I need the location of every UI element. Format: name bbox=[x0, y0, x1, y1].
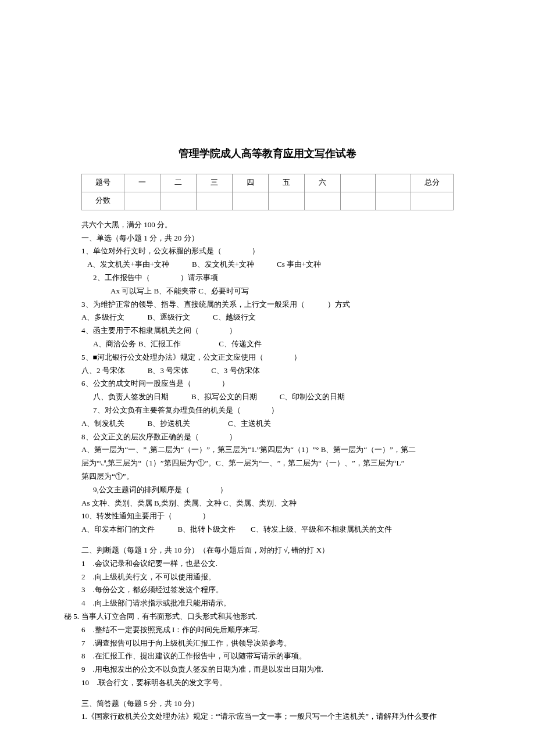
judge-item: 2 .向上级机关行文，不可以使用通报。 bbox=[81, 571, 454, 583]
score-cell bbox=[340, 192, 376, 210]
judge-item: 7 .调查报告可以用于向上级机关汇报工作，供领导决策参考。 bbox=[81, 637, 454, 650]
score-cell bbox=[124, 192, 160, 210]
question: 7、对公文负有主要答复办理负任的机关是（ ） bbox=[81, 404, 454, 417]
col-header: 五 bbox=[268, 174, 304, 192]
title-suffix: 试卷 bbox=[336, 148, 356, 159]
question-options: Ax 可以写上 B、不能夹带 C、必要时可写 bbox=[81, 285, 454, 298]
intro-text: 共六个大黑，满分 100 分。 bbox=[81, 219, 454, 231]
question-options: A、多级行文 B、逐级行文 C、越级行文 bbox=[81, 311, 454, 324]
question: 8、公文正文的层次序数正确的是（ ） bbox=[81, 431, 454, 443]
question-options: A、商洽公务 B、汇报工作 C、传递文件 bbox=[81, 338, 454, 350]
judge-item: 当事人订立合同，有书面形式、口头形式和其他形式. bbox=[81, 611, 454, 623]
col-header: 三 bbox=[196, 174, 232, 192]
table-row: 分数 bbox=[82, 192, 454, 210]
judge-item: 9 .用电报发出的公文不以负责人签发的日期为准，而是以发出日期为准. bbox=[81, 664, 454, 676]
side-marker: 秘 5. bbox=[64, 611, 79, 623]
judge-item: 10 .联合行文，要标明各机关的发文字号。 bbox=[81, 677, 454, 689]
title-prefix: 管理学院成人高等教育 bbox=[179, 148, 283, 159]
question: 3、为维护正常的领导、指导、直接统属的关系，上行文一般采用（ ）方式 bbox=[81, 299, 454, 311]
question-options: As 文种、类别、类属 B,类别、类属、文种 C、类属、类别、文种 bbox=[81, 497, 454, 510]
question-options: A、印发本部门的文件 B、批转卜级文件 C、转发上级、平级和不相隶属机关的文件 bbox=[81, 524, 454, 536]
question: 2、工作报告中（ ）请示事项 bbox=[81, 272, 454, 284]
question: 6、公文的成文时间一股应当是（ ） bbox=[81, 378, 454, 390]
question: 5、■河北银行公文处理办法》规定，公文正文应使用（ ） bbox=[81, 352, 454, 364]
short-answer: 1.《国家行政机关公文处理办法》规定：“'请示'应当一文一事；一般只写一个主送机… bbox=[81, 711, 454, 723]
judge-item: 4 .向上级部门请求指示或批准只能用请示。 bbox=[81, 597, 454, 610]
table-row: 题号 一 二 三 四 五 六 总分 bbox=[82, 174, 454, 192]
question-options: 第四层为“①”。 bbox=[81, 471, 454, 483]
row-label: 题号 bbox=[82, 174, 124, 192]
judge-item: 8 .在汇报工作、提出建议的工作报告中，可以随带写请示的事项。 bbox=[81, 650, 454, 662]
question: 10、转发性通知主要用于（ ） bbox=[81, 510, 454, 522]
section-header: 三、简答题（每题 5 分，共 10 分） bbox=[81, 698, 454, 710]
question: 1、单位对外行文时，公文标腿的形式是（ ） bbox=[81, 245, 454, 257]
question: 4、函主要用于不相隶属机关之间（ ） bbox=[81, 325, 454, 337]
score-cell bbox=[376, 192, 411, 210]
score-cell bbox=[304, 192, 340, 210]
col-header: 二 bbox=[160, 174, 196, 192]
section-header: 二、判断题（每题 1 分，共 10 分）（在每小题后面，对的打 √, 错的打 X… bbox=[81, 544, 454, 557]
content-body: 共六个大黑，满分 100 分。 一、单选（每小题 1 分，共 20 分） 1、单… bbox=[81, 219, 454, 723]
total-label: 总分 bbox=[411, 174, 454, 192]
col-header: 一 bbox=[124, 174, 160, 192]
col-header: 四 bbox=[232, 174, 268, 192]
question-options: 八、负责人签发的日期 B、拟写公文的日期 C、印制公文的日期 bbox=[81, 391, 454, 403]
score-table: 题号 一 二 三 四 五 六 总分 分数 bbox=[81, 174, 454, 210]
row-label: 分数 bbox=[82, 192, 124, 210]
col-header bbox=[340, 174, 376, 192]
page-title: 管理学院成人高等教育应用文写作试卷 bbox=[81, 145, 454, 162]
question-options: A、发文机关+事由+文种 B、发文机关+文种 Cs 事由+文种 bbox=[81, 259, 454, 271]
score-cell bbox=[160, 192, 196, 210]
score-cell bbox=[268, 192, 304, 210]
score-cell bbox=[411, 192, 454, 210]
question-options: A、制发机关 B、抄送机关 C、主送机关 bbox=[81, 418, 454, 430]
question-options: 层为“\.ª,第三层为“（1）”第四层为“①”。C、第一层为“一、”，第二层为“… bbox=[81, 457, 454, 470]
judge-item: 6 .整结不一定要按照完成 I：作的时间先后顺序来写. bbox=[81, 624, 454, 636]
judge-item: 1 .会议记录和会议纪要一样，也是公文. bbox=[81, 558, 454, 570]
title-underline: 应用文写作 bbox=[283, 148, 336, 159]
col-header bbox=[376, 174, 411, 192]
question-options: A、第一层为“一、” ,第二层为“（一）”，第三层为“1.”第四层为“（1）”°… bbox=[81, 444, 454, 456]
question: 9,公文主题词的排列顺序是（ ） bbox=[81, 484, 454, 496]
col-header: 六 bbox=[304, 174, 340, 192]
judge-item: 3 .每份公文，都必须经过签发这个程序。 bbox=[81, 584, 454, 596]
score-cell bbox=[196, 192, 232, 210]
section-header: 一、单选（每小题 1 分，共 20 分） bbox=[81, 232, 454, 245]
score-cell bbox=[232, 192, 268, 210]
question-options: 八、2 号宋体 B、3 号宋体 C、3 号仿宋体 bbox=[81, 365, 454, 377]
